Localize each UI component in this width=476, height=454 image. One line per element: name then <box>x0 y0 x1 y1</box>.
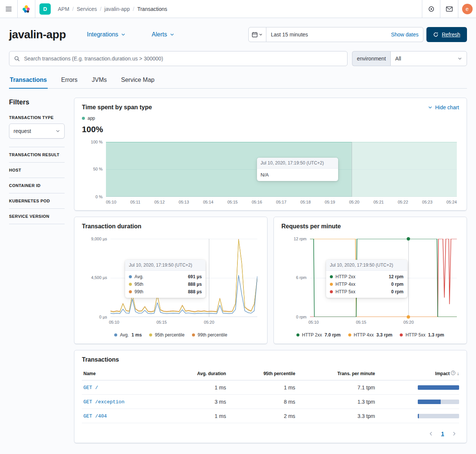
transaction-link[interactable]: GET /404 <box>83 413 107 419</box>
column-header-name[interactable]: Name <box>82 367 165 380</box>
quick-select-button[interactable] <box>248 27 266 42</box>
alerts-menu[interactable]: Alerts <box>152 31 174 38</box>
time-spent-chart[interactable]: 100 % 50 % 0 % Jul 10, 2020, 17:19:50 (U… <box>106 142 457 197</box>
elastic-logo[interactable] <box>18 0 35 18</box>
transactions-table-title: Transactions <box>82 356 459 363</box>
legend-item-99th[interactable]: 99th percentile <box>192 332 227 338</box>
charts-row: Transaction duration 9,000 µs 4,500 µs 0… <box>74 217 467 344</box>
integrations-menu[interactable]: Integrations <box>87 31 125 38</box>
impact-bar-fill <box>418 414 419 418</box>
deployment-menu-button[interactable] <box>422 0 440 18</box>
tab-jvms[interactable]: JVMs <box>91 73 107 89</box>
newsfeed-button[interactable] <box>440 0 458 18</box>
transaction-link[interactable]: GET /exception <box>83 399 124 405</box>
chart-tooltip: Jul 10, 2020, 17:19:50 (UTC+2) Avg. 691 … <box>125 260 206 298</box>
environment-filter: environment All <box>352 51 467 66</box>
chevron-down-icon <box>259 33 263 36</box>
tpm-value: 7.1 tpm <box>298 380 378 395</box>
y-axis-label: 0 rpm <box>296 315 307 319</box>
search-input[interactable] <box>23 55 343 62</box>
x-axis-label: 05:23 <box>422 200 433 204</box>
date-picker: Last 15 minutes Show dates Refresh <box>248 27 467 42</box>
environment-value: All <box>395 56 401 62</box>
x-axis-label: 05:20 <box>349 200 360 204</box>
breadcrumb-separator <box>69 6 77 12</box>
breadcrumb-services[interactable]: Services <box>77 6 97 12</box>
tab-errors[interactable]: Errors <box>60 73 79 89</box>
chevron-down-icon <box>121 32 125 37</box>
filters-sidebar: Filters TRANSACTION TYPE request TRANSAC… <box>9 98 65 443</box>
show-dates-link[interactable]: Show dates <box>391 32 419 38</box>
x-axis-label: 05:19 <box>325 200 335 204</box>
chevron-down-icon <box>428 105 432 110</box>
previous-page-button[interactable] <box>428 431 434 436</box>
deployment-badge-cell: D <box>35 0 55 18</box>
hamburger-icon <box>6 6 12 12</box>
impact-bar <box>418 400 459 404</box>
transaction-link[interactable]: GET / <box>83 385 98 391</box>
x-axis-label: 05:20 <box>403 320 414 324</box>
rpm-chart[interactable]: 12 rpm 6 rpm 0 rpm Jul 10, 2020, 17:19:5… <box>310 239 457 317</box>
column-header-impact[interactable]: Impact?↓ <box>378 367 459 380</box>
deployment-badge[interactable]: D <box>39 3 51 15</box>
x-axis: 05:10 05:15 05:20 <box>110 320 257 326</box>
legend-item-avg[interactable]: Avg. 1 ms <box>114 332 142 338</box>
next-page-button[interactable] <box>452 431 457 436</box>
legend-item-http5xx[interactable]: HTTP 5xx 1.3 rpm <box>400 332 444 338</box>
tooltip-timestamp: Jul 10, 2020, 17:19:50 (UTC+2) <box>125 260 206 271</box>
legend-dot <box>296 333 299 336</box>
transaction-type-select[interactable]: request <box>9 124 65 139</box>
impact-bar <box>418 385 459 390</box>
filters-title: Filters <box>9 98 65 106</box>
impact-bar-fill <box>418 385 459 390</box>
sort-desc-icon: ↓ <box>457 371 459 376</box>
span-legend-app[interactable]: app <box>82 116 459 121</box>
table-header-row: Name Avg. duration 95th percentile Trans… <box>82 367 459 380</box>
x-axis-label: 05:18 <box>301 200 311 204</box>
filter-section[interactable]: CONTAINER ID <box>9 178 65 193</box>
column-header-tpm[interactable]: Trans. per minute <box>298 367 378 380</box>
duration-legend: Avg. 1 ms 95th percentile 99th percentil… <box>82 332 260 338</box>
tooltip-row: HTTP 5xx 0 rpm <box>330 288 403 296</box>
crosshair-line <box>209 239 209 317</box>
legend-item-http2xx[interactable]: HTTP 2xx 7.0 rpm <box>296 332 341 338</box>
x-axis-label: 05:10 <box>109 320 119 324</box>
legend-item-http4xx[interactable]: HTTP 4xx 3.3 rpm <box>348 332 393 338</box>
95th-percentile-value: 1 ms <box>229 380 298 395</box>
x-axis-label: 05:24 <box>446 200 457 204</box>
column-header-avg-duration[interactable]: Avg. duration <box>165 367 229 380</box>
legend-dot <box>129 283 132 286</box>
filter-section[interactable]: KUBERNETES POD <box>9 193 65 208</box>
avg-duration-value: 1 ms <box>165 380 229 395</box>
environment-select[interactable]: All <box>390 51 467 66</box>
legend-dot <box>348 333 351 336</box>
user-menu-button[interactable]: e <box>458 0 476 18</box>
filter-section[interactable]: HOST <box>9 162 65 178</box>
service-header: javalin-app Integrations Alerts Last 15 … <box>9 27 467 42</box>
environment-label: environment <box>352 51 390 66</box>
transactions-table: Name Avg. duration 95th percentile Trans… <box>82 367 459 423</box>
tab-service-map[interactable]: Service Map <box>120 73 155 89</box>
breadcrumb-apm[interactable]: APM <box>58 6 69 12</box>
main-panels: Time spent by span type Hide chart app 1… <box>74 98 467 443</box>
95th-percentile-value: 2 ms <box>229 409 298 423</box>
breadcrumb-service-name[interactable]: javalin-app <box>104 6 130 12</box>
page-number[interactable]: 1 <box>441 431 444 437</box>
time-range-display[interactable]: Last 15 minutes Show dates <box>266 27 423 42</box>
refresh-button[interactable]: Refresh <box>426 27 467 42</box>
legend-item-95th[interactable]: 95th percentile <box>149 332 184 338</box>
hide-chart-link[interactable]: Hide chart <box>428 104 459 110</box>
filter-section[interactable]: TRANSACTION RESULT <box>9 147 65 162</box>
filter-section[interactable]: SERVICE VERSION <box>9 208 65 224</box>
duration-chart[interactable]: 9,000 µs 4,500 µs 0 µs Jul 10, 2020, 17:… <box>110 239 257 317</box>
alerts-label: Alerts <box>152 31 167 38</box>
chevron-down-icon <box>170 32 174 37</box>
tooltip-row: 95th 888 µs <box>129 281 202 288</box>
column-header-95th[interactable]: 95th percentile <box>229 367 298 380</box>
chart-tooltip: Jul 10, 2020, 17:19:50 (UTC+2) N/A <box>257 158 338 181</box>
tab-transactions[interactable]: Transactions <box>9 73 48 89</box>
requests-per-minute-panel: Requests per minute 12 rpm 6 rpm 0 rpm <box>274 217 467 344</box>
transactions-table-panel: Transactions Name Avg. duration 95th per… <box>74 350 467 443</box>
y-axis-label: 4,500 µs <box>91 275 107 280</box>
menu-button[interactable] <box>0 0 18 18</box>
